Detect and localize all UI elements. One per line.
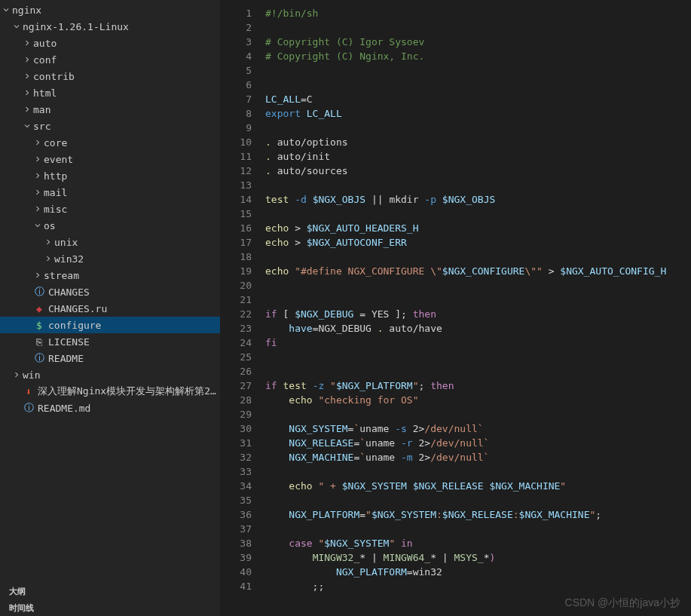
chevron-right-icon[interactable] — [32, 188, 44, 197]
folder-core[interactable]: core — [0, 134, 220, 151]
code-line[interactable]: fi — [265, 336, 691, 350]
chevron-right-icon[interactable] — [32, 171, 44, 180]
code-line[interactable]: #!/bin/sh — [265, 6, 691, 20]
code-line[interactable]: have=NGX_DEBUG . auto/have — [265, 321, 691, 336]
chevron-right-icon[interactable] — [42, 254, 54, 263]
folder-contrib[interactable]: contrib — [0, 68, 220, 84]
pdf-icon: ⬇ — [23, 386, 35, 397]
chevron-right-icon[interactable] — [21, 38, 33, 48]
code-line[interactable]: echo > $NGX_AUTOCONF_ERR — [265, 235, 691, 250]
code-line[interactable]: . auto/options — [265, 135, 691, 149]
folder-src[interactable]: src — [0, 118, 220, 134]
chevron-down-icon[interactable] — [0, 5, 12, 14]
chevron-right-icon[interactable] — [32, 271, 44, 280]
code-line[interactable]: # Copyright (C) Igor Sysoev — [265, 35, 691, 49]
code-line[interactable]: test -d $NGX_OBJS || mkdir -p $NGX_OBJS — [265, 192, 691, 207]
code-line[interactable]: echo "checking for OS" — [265, 393, 691, 407]
line-numbers: 1234567891011121314151617181920212223242… — [220, 0, 265, 616]
code-line[interactable] — [265, 364, 691, 378]
code-line[interactable] — [265, 278, 691, 293]
code-line[interactable]: LC_ALL=C — [265, 92, 691, 106]
chevron-right-icon[interactable] — [32, 155, 44, 164]
outline-section[interactable]: 大纲 — [0, 583, 220, 599]
code-line[interactable] — [265, 493, 691, 507]
chevron-right-icon[interactable] — [32, 138, 44, 147]
code-line[interactable]: echo > $NGX_AUTO_HEADERS_H — [265, 221, 691, 235]
code-line[interactable]: echo "#define NGX_CONFIGURE \"$NGX_CONFI… — [265, 264, 691, 278]
sidebar-bottom: 大纲 时间线 — [0, 583, 220, 616]
code-line[interactable] — [265, 207, 691, 221]
file-深入理解Nginx模块开发与架构解析第2版.p...[interactable]: ⬇深入理解Nginx模块开发与架构解析第2版.p... — [0, 383, 220, 400]
file-CHANGES[interactable]: ⓘCHANGES — [0, 283, 220, 300]
code-editor[interactable]: 1234567891011121314151617181920212223242… — [220, 0, 691, 616]
code-line[interactable]: . auto/init — [265, 149, 691, 164]
timeline-section[interactable]: 时间线 — [0, 599, 220, 616]
chevron-down-icon[interactable] — [32, 221, 44, 230]
code-line[interactable]: ;; — [265, 579, 691, 593]
chevron-right-icon[interactable] — [32, 204, 44, 213]
folder-misc[interactable]: misc — [0, 201, 220, 217]
cert-icon: ⎘ — [33, 336, 45, 348]
item-label: nginx — [12, 5, 220, 16]
code-line[interactable] — [265, 178, 691, 192]
code-line[interactable]: echo " + $NGX_SYSTEM $NGX_RELEASE $NGX_M… — [265, 479, 691, 493]
folder-win[interactable]: win — [0, 366, 220, 383]
chevron-right-icon[interactable] — [21, 72, 33, 81]
code-line[interactable] — [265, 78, 691, 92]
folder-nginx[interactable]: nginx — [0, 2, 220, 18]
folder-event[interactable]: event — [0, 151, 220, 167]
code-line[interactable] — [265, 407, 691, 421]
item-label: core — [44, 137, 220, 149]
code-line[interactable]: NGX_RELEASE=`uname -r 2>/dev/null` — [265, 436, 691, 450]
code-line[interactable] — [265, 63, 691, 78]
code-line[interactable]: MINGW32_* | MINGW64_* | MSYS_*) — [265, 550, 691, 565]
chevron-down-icon[interactable] — [11, 22, 23, 31]
file-CHANGES.ru[interactable]: ◆CHANGES.ru — [0, 300, 220, 317]
folder-nginx-1.26.1-Linux[interactable]: nginx-1.26.1-Linux — [0, 18, 220, 35]
code-line[interactable] — [265, 20, 691, 35]
item-label: unix — [54, 237, 220, 248]
file-README.md[interactable]: ⓘREADME.md — [0, 400, 220, 416]
folder-unix[interactable]: unix — [0, 234, 220, 250]
folder-man[interactable]: man — [0, 101, 220, 118]
code-line[interactable]: . auto/sources — [265, 164, 691, 178]
chevron-right-icon[interactable] — [21, 55, 33, 64]
code-line[interactable]: NGX_PLATFORM=win32 — [265, 565, 691, 579]
code-line[interactable] — [265, 350, 691, 364]
code-line[interactable]: case "$NGX_SYSTEM" in — [265, 536, 691, 550]
code-line[interactable] — [265, 121, 691, 135]
chevron-right-icon[interactable] — [42, 238, 54, 247]
chevron-right-icon[interactable] — [21, 105, 33, 114]
ruby-icon: ◆ — [33, 303, 45, 314]
code-line[interactable]: if [ $NGX_DEBUG = YES ]; then — [265, 307, 691, 321]
file-LICENSE[interactable]: ⎘LICENSE — [0, 333, 220, 350]
code-line[interactable]: NGX_PLATFORM="$NGX_SYSTEM:$NGX_RELEASE:$… — [265, 507, 691, 522]
item-label: html — [33, 87, 220, 99]
code-line[interactable] — [265, 293, 691, 307]
folder-mail[interactable]: mail — [0, 184, 220, 201]
folder-win32[interactable]: win32 — [0, 250, 220, 267]
code-line[interactable] — [265, 464, 691, 479]
item-label: CHANGES — [48, 287, 220, 298]
folder-html[interactable]: html — [0, 84, 220, 101]
code-line[interactable]: NGX_MACHINE=`uname -m 2>/dev/null` — [265, 450, 691, 464]
chevron-down-icon[interactable] — [21, 121, 33, 130]
file-configure[interactable]: $configure — [0, 317, 220, 333]
code-line[interactable] — [265, 250, 691, 264]
folder-auto[interactable]: auto — [0, 35, 220, 51]
code-line[interactable]: if test -z "$NGX_PLATFORM"; then — [265, 378, 691, 393]
code-content[interactable]: #!/bin/sh # Copyright (C) Igor Sysoev# C… — [265, 0, 691, 616]
code-line[interactable]: # Copyright (C) Nginx, Inc. — [265, 49, 691, 63]
code-line[interactable]: NGX_SYSTEM=`uname -s 2>/dev/null` — [265, 421, 691, 436]
chevron-right-icon[interactable] — [21, 88, 33, 97]
folder-stream[interactable]: stream — [0, 267, 220, 283]
code-line[interactable]: export LC_ALL — [265, 106, 691, 121]
chevron-right-icon[interactable] — [11, 370, 23, 379]
folder-http[interactable]: http — [0, 167, 220, 184]
file-README[interactable]: ⓘREADME — [0, 350, 220, 366]
folder-os[interactable]: os — [0, 217, 220, 234]
code-line[interactable] — [265, 522, 691, 536]
file-explorer[interactable]: nginxnginx-1.26.1-Linuxautoconfcontribht… — [0, 0, 220, 616]
dollar-icon: $ — [33, 320, 45, 331]
folder-conf[interactable]: conf — [0, 51, 220, 68]
